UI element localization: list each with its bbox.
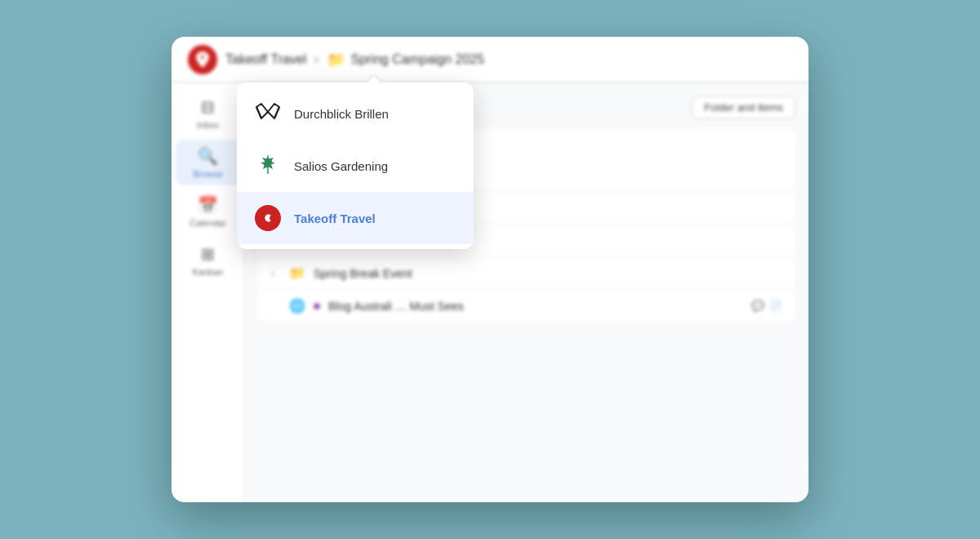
breadcrumb-current: Spring Campaign 2025	[351, 52, 485, 67]
folder-name: Blog Australi … Must Sees	[328, 300, 743, 313]
sidebar-item-inbox[interactable]: ⊟ Inbox	[176, 91, 241, 136]
folder-item-spring-break[interactable]: › 📁 Spring Break Event	[258, 257, 795, 290]
breadcrumb-folder-icon: 📁	[327, 51, 345, 69]
browse-icon: 🔍	[198, 146, 218, 166]
breadcrumb-separator: >	[313, 53, 319, 66]
sidebar-item-calendar[interactable]: 📅 Calendar	[176, 189, 241, 234]
dropdown-menu: Durchblick Brillen Salios Gardening	[237, 82, 474, 249]
sidebar: ⊟ Inbox 🔍 Browse 📅 Calendar ⊞ Kanban	[172, 82, 245, 502]
inbox-icon: ⊟	[201, 97, 215, 117]
kanban-icon: ⊞	[201, 244, 215, 264]
takeoff-icon	[253, 203, 283, 233]
dropdown-item-salios[interactable]: Salios Gardening	[237, 140, 474, 192]
sidebar-label-inbox: Inbox	[197, 120, 219, 130]
takeoff-label: Takeoff Travel	[294, 212, 376, 225]
salios-icon	[253, 151, 283, 180]
header-bar: Takeoff Travel > 📁 Spring Campaign 2025	[172, 37, 808, 82]
doc-icon: 📄	[769, 300, 782, 312]
dropdown-item-takeoff[interactable]: Takeoff Travel	[237, 192, 474, 244]
folder-item-blog[interactable]: › 🌐 Blog Australi … Must Sees 💬 📄	[258, 290, 795, 322]
sidebar-label-kanban: Kanban	[193, 267, 224, 277]
sidebar-item-browse[interactable]: 🔍 Browse	[176, 140, 241, 185]
breadcrumb-workspace[interactable]: Takeoff Travel	[225, 52, 306, 67]
durchblick-icon	[253, 99, 283, 128]
item-actions: 💬 📄	[751, 300, 782, 312]
dropdown-item-durchblick[interactable]: Durchblick Brillen	[237, 87, 474, 140]
takeoff-logo	[255, 205, 281, 231]
workspace-dropdown: Durchblick Brillen Salios Gardening	[237, 82, 474, 249]
workspace-logo[interactable]	[188, 45, 217, 74]
sidebar-item-kanban[interactable]: ⊞ Kanban	[176, 238, 241, 283]
status-dot	[314, 303, 320, 310]
folder-name: Spring Break Event	[314, 267, 782, 280]
globe-icon: 🌐	[289, 298, 305, 314]
sidebar-label-calendar: Calendar	[189, 218, 226, 228]
durchblick-label: Durchblick Brillen	[294, 107, 389, 121]
chevron-icon: ›	[271, 268, 281, 279]
comment-icon: 💬	[751, 300, 764, 312]
folder-icon: 📁	[289, 265, 305, 281]
sidebar-label-browse: Browse	[193, 169, 223, 179]
salios-label: Salios Gardening	[294, 159, 388, 173]
app-window: Takeoff Travel > 📁 Spring Campaign 2025 …	[172, 37, 808, 502]
calendar-icon: 📅	[198, 195, 218, 215]
filter-button[interactable]: Folder and items	[692, 96, 795, 119]
breadcrumb: Takeoff Travel > 📁 Spring Campaign 2025	[225, 51, 484, 69]
